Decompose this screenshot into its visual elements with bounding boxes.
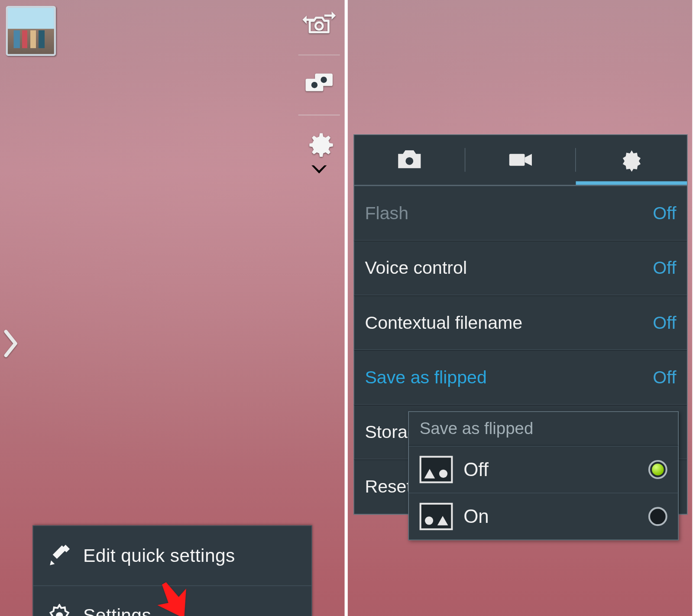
svg-marker-18 [525, 154, 531, 165]
popover-option-on[interactable]: On [409, 493, 678, 539]
switch-camera-icon[interactable] [302, 8, 336, 42]
toolbar-separator [298, 115, 340, 115]
row-label: Save as flipped [365, 367, 486, 388]
popover-option-off[interactable]: Off [409, 446, 678, 493]
row-label: Voice control [365, 258, 467, 278]
row-value: Off [653, 258, 676, 278]
gear-icon [618, 148, 645, 172]
settings-tabs [354, 135, 687, 185]
gallery-thumbnail[interactable] [6, 6, 56, 56]
settings-gear-icon [302, 128, 336, 162]
row-value: Off [653, 203, 676, 224]
svg-rect-17 [509, 154, 525, 165]
right-toolbar [298, 8, 340, 173]
row-label: Reset [365, 477, 411, 497]
tab-general[interactable] [576, 135, 687, 185]
pencil-icon [48, 544, 71, 567]
popover-title: Save as flipped [409, 412, 678, 446]
row-flash[interactable]: Flash Off [354, 186, 687, 240]
camera-icon [396, 148, 423, 172]
row-value: Off [653, 367, 676, 388]
row-voice-control[interactable]: Voice control Off [354, 241, 687, 295]
option-label: Off [463, 458, 638, 480]
screenshot-right: Flash Off Voice control Off Contextual f… [348, 0, 693, 616]
svg-point-11 [56, 612, 63, 616]
chevron-down-icon [311, 165, 327, 173]
mode-drawer-handle[interactable] [3, 329, 19, 357]
image-icon [420, 456, 453, 483]
row-label: Contextual filename [365, 313, 522, 333]
radio-selected [648, 460, 667, 479]
tab-video[interactable] [465, 135, 576, 185]
camera-viewfinder [0, 0, 345, 616]
menu-item-edit-quick-settings[interactable]: Edit quick settings [33, 526, 311, 585]
row-contextual-filename[interactable]: Contextual filename Off [354, 295, 687, 350]
row-value: Off [653, 313, 676, 333]
svg-marker-8 [50, 561, 55, 565]
svg-point-6 [321, 77, 327, 83]
option-label: On [463, 506, 638, 528]
row-save-as-flipped[interactable]: Save as flipped Off [354, 350, 687, 405]
save-as-flipped-popover: Save as flipped Off On [408, 411, 679, 540]
gear-icon [48, 603, 71, 616]
svg-point-0 [315, 23, 323, 30]
stage: Edit quick settings Settings ? Help [0, 0, 692, 616]
tab-camera[interactable] [354, 135, 465, 185]
menu-item-label: Settings [83, 605, 151, 616]
menu-item-label: Edit quick settings [83, 545, 235, 566]
radio-unselected [648, 507, 667, 526]
row-label: Flash [365, 203, 408, 224]
svg-marker-7 [311, 165, 327, 173]
expand-settings-button[interactable] [302, 128, 336, 173]
svg-point-5 [311, 82, 317, 88]
screenshot-left: Edit quick settings Settings ? Help [0, 0, 345, 616]
toolbar-separator [298, 55, 340, 55]
dual-camera-icon[interactable] [302, 68, 336, 102]
image-flipped-icon [420, 503, 453, 530]
video-icon [507, 148, 534, 172]
